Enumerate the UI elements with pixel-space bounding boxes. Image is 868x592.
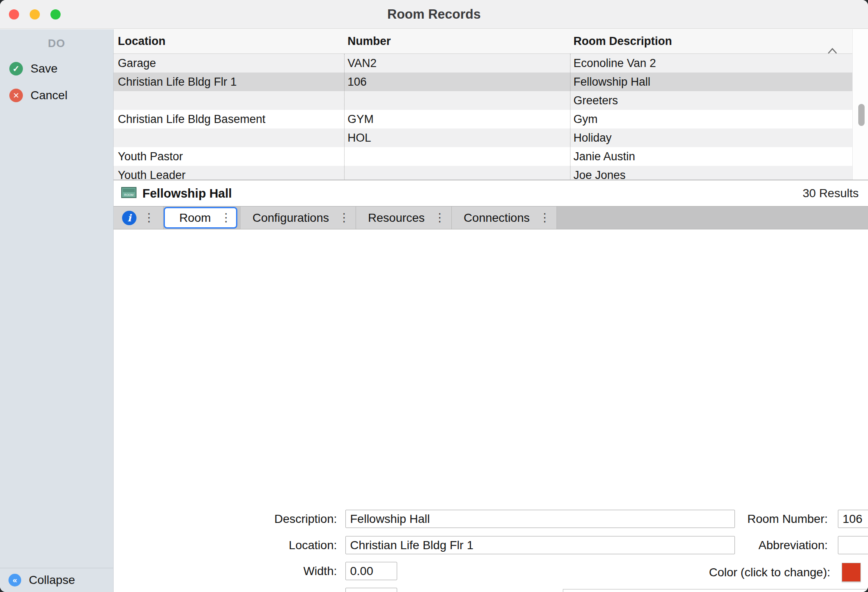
column-header-room-description[interactable]: Room Description — [570, 29, 852, 53]
sort-ascending-icon[interactable] — [828, 38, 837, 53]
height-field[interactable] — [345, 588, 397, 592]
column-header-room-description-label: Room Description — [573, 35, 672, 47]
cell-room-description: Joe Jones — [570, 166, 852, 180]
cell-room-description: Gym — [570, 110, 852, 128]
width-label: Width: — [227, 562, 337, 580]
room-form: Description: Room Number: Location: Abbr… — [114, 229, 868, 592]
abbreviation-field[interactable] — [838, 536, 868, 554]
cancel-button-label: Cancel — [31, 89, 67, 102]
tab-configurations-label: Configurations — [253, 211, 329, 225]
results-count: 30 Results — [803, 187, 859, 200]
save-check-icon: ✓ — [9, 62, 23, 75]
table-row[interactable]: Garage VAN2 Econoline Van 2 — [114, 54, 852, 73]
cell-room-description: Holiday — [570, 128, 852, 147]
room-records-window: Room Records DO ✓ Save × Cancel « Collap… — [0, 0, 868, 592]
tab-connections-menu-dots-icon[interactable]: ⋮ — [539, 212, 551, 223]
tab-configurations-menu-dots-icon[interactable]: ⋮ — [338, 212, 350, 223]
notes-field[interactable]: Restock food and utensil supplies once a… — [563, 589, 868, 592]
cell-number — [344, 166, 570, 180]
info-icon[interactable]: i — [122, 211, 136, 225]
cell-room-description: Greeters — [570, 91, 852, 110]
save-button[interactable]: ✓ Save — [0, 60, 113, 77]
notes-label: Notes: — [442, 590, 551, 592]
table-body: Garage VAN2 Econoline Van 2 Christian Li… — [114, 54, 852, 180]
cell-location: Youth Pastor — [114, 147, 344, 166]
tab-resources-menu-dots-icon[interactable]: ⋮ — [434, 212, 445, 223]
collapse-label: Collapse — [29, 573, 75, 587]
cell-number: VAN2 — [344, 54, 570, 73]
cell-number: GYM — [344, 110, 570, 128]
save-button-label: Save — [31, 62, 58, 75]
tab-room[interactable]: Room ⋮ — [164, 207, 237, 229]
column-header-number[interactable]: Number — [344, 29, 570, 53]
info-segment: i ⋮ — [114, 207, 164, 229]
cell-location: Garage — [114, 54, 344, 73]
info-menu-dots-icon[interactable]: ⋮ — [143, 212, 155, 223]
table-row[interactable]: Youth Pastor Janie Austin — [114, 147, 852, 166]
cell-location: Christian Life Bldg Flr 1 — [114, 73, 344, 91]
cell-location — [114, 128, 344, 147]
tab-room-label: Room — [179, 211, 211, 225]
title-bar: Room Records — [0, 0, 868, 29]
color-label: Color (click to change): — [651, 563, 830, 582]
tab-configurations[interactable]: Configurations ⋮ — [241, 207, 356, 229]
table-row[interactable]: Christian Life Bldg Basement GYM Gym — [114, 110, 852, 128]
width-field[interactable] — [345, 562, 397, 580]
room-icon: ROOM — [121, 187, 136, 200]
table-scrollbar[interactable] — [852, 29, 868, 180]
cell-location: Youth Leader — [114, 166, 344, 180]
minimize-window-button[interactable] — [30, 9, 40, 20]
room-results-table: Location Number Room Description Garage … — [114, 29, 868, 180]
sidebar-section-header: DO — [0, 37, 113, 50]
window-title: Room Records — [0, 0, 868, 29]
close-window-button[interactable] — [9, 9, 19, 20]
table-row[interactable]: HOL Holiday — [114, 128, 852, 147]
zoom-window-button[interactable] — [50, 9, 61, 20]
description-label: Description: — [227, 510, 337, 528]
sidebar: DO ✓ Save × Cancel « Collapse — [0, 29, 114, 592]
cell-room-description: Janie Austin — [570, 147, 852, 166]
tab-room-menu-dots-icon[interactable]: ⋮ — [220, 212, 232, 223]
collapse-sidebar-button[interactable]: « Collapse — [0, 568, 113, 592]
room-number-label: Room Number: — [707, 510, 828, 528]
abbreviation-label: Abbreviation: — [707, 536, 828, 554]
cell-number — [344, 147, 570, 166]
table-scrollbar-thumb[interactable] — [858, 104, 865, 126]
tab-connections[interactable]: Connections ⋮ — [452, 207, 557, 229]
cancel-button[interactable]: × Cancel — [0, 87, 113, 104]
table-row[interactable]: Youth Leader Joe Jones — [114, 166, 852, 180]
collapse-chevrons-icon: « — [8, 574, 21, 586]
svg-text:ROOM: ROOM — [124, 193, 134, 196]
cancel-x-icon: × — [9, 89, 23, 102]
table-row[interactable]: Christian Life Bldg Flr 1 106 Fellowship… — [114, 73, 852, 91]
cell-location — [114, 91, 344, 110]
tab-resources-label: Resources — [368, 211, 425, 225]
description-field[interactable] — [345, 510, 735, 528]
tab-connections-label: Connections — [464, 211, 530, 225]
table-row[interactable]: Greeters — [114, 91, 852, 110]
location-label: Location: — [227, 536, 337, 554]
record-header-bar: ROOM Fellowship Hall 30 Results — [114, 181, 868, 206]
cell-number — [344, 91, 570, 110]
cell-room-description: Fellowship Hall — [570, 73, 852, 91]
tab-bar: i ⋮ Room ⋮ Configurations ⋮ Resources ⋮ … — [114, 206, 868, 229]
color-swatch[interactable] — [842, 563, 861, 582]
cell-location: Christian Life Bldg Basement — [114, 110, 344, 128]
record-title: Fellowship Hall — [142, 187, 232, 201]
location-field[interactable] — [345, 536, 735, 554]
cell-number: HOL — [344, 128, 570, 147]
height-label: Height: — [227, 588, 337, 592]
tab-resources[interactable]: Resources ⋮ — [356, 207, 452, 229]
table-header-row: Location Number Room Description — [114, 29, 852, 54]
column-header-location[interactable]: Location — [114, 29, 344, 53]
cell-number: 106 — [344, 73, 570, 91]
cell-room-description: Econoline Van 2 — [570, 54, 852, 73]
room-number-field[interactable] — [838, 510, 868, 528]
